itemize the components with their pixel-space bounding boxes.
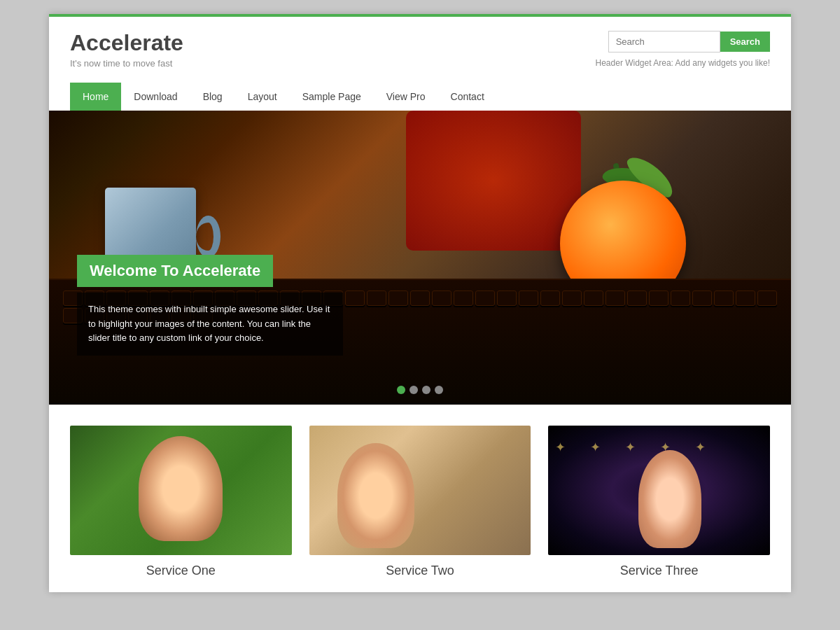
nav-link-home[interactable]: Home <box>70 83 121 111</box>
nav-item-home[interactable]: Home <box>70 83 121 111</box>
key <box>671 290 690 306</box>
header-right: Search Header Widget Area: Add any widge… <box>596 31 770 68</box>
nav-link-layout[interactable]: Layout <box>235 83 290 111</box>
site-tagline: It's now time to move fast <box>70 58 183 69</box>
key <box>584 290 603 306</box>
key <box>692 290 712 306</box>
slider-dots <box>397 386 443 394</box>
key <box>562 290 582 306</box>
slider-dot-3[interactable] <box>422 386 430 394</box>
nav-link-contact[interactable]: Contact <box>438 83 497 111</box>
service-image-3 <box>548 426 770 555</box>
service-card-1: Service One <box>70 426 292 578</box>
mug-handle <box>196 216 220 258</box>
service-image-2 <box>309 426 531 555</box>
service-title-3: Service Three <box>548 564 770 578</box>
site-header: Accelerate It's now time to move fast Se… <box>49 17 791 83</box>
key <box>388 290 408 306</box>
service-title-1: Service One <box>70 564 292 578</box>
key <box>497 290 517 306</box>
key <box>714 290 734 306</box>
nav-item-layout[interactable]: Layout <box>235 83 290 111</box>
search-button[interactable]: Search <box>720 31 770 52</box>
slider-description: This theme comes with inbuilt simple awe… <box>77 293 343 356</box>
key <box>367 290 386 306</box>
nav-item-contact[interactable]: Contact <box>438 83 497 111</box>
header-widget-text: Header Widget Area: Add any widgets you … <box>596 58 770 68</box>
nav-item-view-pro[interactable]: View Pro <box>374 83 438 111</box>
key <box>454 290 473 306</box>
key <box>757 290 777 306</box>
site-nav: Home Download Blog Layout Sample Page Vi… <box>49 83 791 111</box>
key <box>410 290 430 306</box>
nav-item-download[interactable]: Download <box>121 83 190 111</box>
nav-link-download[interactable]: Download <box>121 83 190 111</box>
nav-link-sample-page[interactable]: Sample Page <box>290 83 374 111</box>
nav-item-sample-page[interactable]: Sample Page <box>290 83 374 111</box>
key <box>432 290 451 306</box>
slider-title: Welcome To Accelerate <box>77 255 273 287</box>
service-title-2: Service Two <box>309 564 531 578</box>
nav-link-blog[interactable]: Blog <box>190 83 235 111</box>
slider-dot-1[interactable] <box>397 386 405 394</box>
service-card-2: Service Two <box>309 426 531 578</box>
key <box>606 290 625 306</box>
slider-dot-2[interactable] <box>410 386 418 394</box>
key <box>475 290 495 306</box>
service-image-1 <box>70 426 292 555</box>
nav-list: Home Download Blog Layout Sample Page Vi… <box>70 83 770 111</box>
site-branding: Accelerate It's now time to move fast <box>70 31 183 69</box>
service-card-3: Service Three <box>548 426 770 578</box>
key <box>627 290 647 306</box>
key <box>519 290 538 306</box>
key <box>540 290 560 306</box>
key <box>649 290 668 306</box>
key <box>736 290 755 306</box>
slider-dot-4[interactable] <box>435 386 443 394</box>
hero-slider: Welcome To Accelerate This theme comes w… <box>49 111 791 405</box>
site-title: Accelerate <box>70 31 183 55</box>
search-form: Search <box>608 31 770 52</box>
services-grid: Service One Service Two Service Three <box>70 426 770 578</box>
nav-link-view-pro[interactable]: View Pro <box>374 83 438 111</box>
nav-item-blog[interactable]: Blog <box>190 83 235 111</box>
services-section: Service One Service Two Service Three <box>49 405 791 592</box>
key <box>345 290 365 306</box>
search-input[interactable] <box>608 31 720 52</box>
page-wrapper: Accelerate It's now time to move fast Se… <box>49 14 791 592</box>
slider-caption: Welcome To Accelerate This theme comes w… <box>77 255 343 356</box>
